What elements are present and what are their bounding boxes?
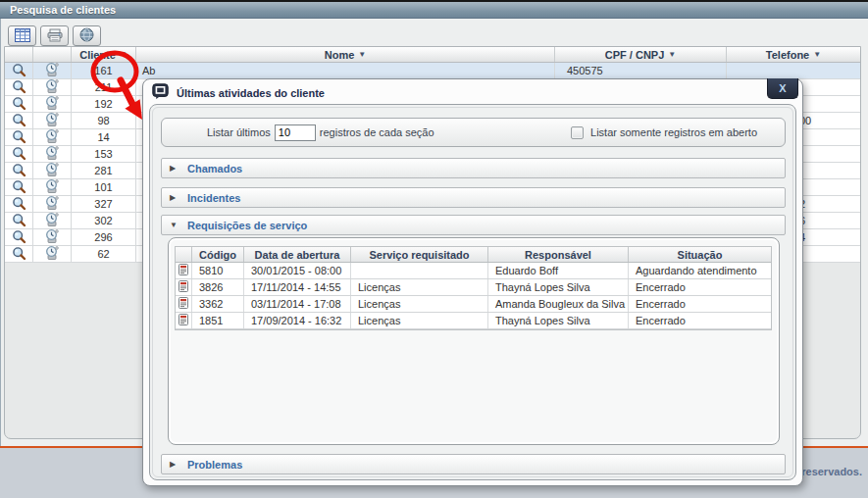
column-header-telefone[interactable]: Telefone▼ [727, 47, 860, 62]
magnifier-icon [12, 246, 26, 262]
magnifier-icon [12, 213, 26, 228]
row-search-button[interactable] [5, 196, 33, 212]
column-label: Situação [678, 249, 723, 261]
client-id-cell: 153 [72, 146, 136, 162]
row-activities-button[interactable] [33, 63, 72, 78]
sort-arrow-icon: ▼ [120, 50, 128, 59]
filter-bar: Listar últimos registros de cada seção L… [161, 118, 786, 147]
column-header-cliente[interactable]: Cliente▼ [72, 47, 136, 62]
row-search-button[interactable] [5, 229, 33, 245]
magnifier-icon [12, 163, 26, 178]
column-label: Serviço requisitado [369, 249, 469, 261]
client-phone-cell [727, 63, 860, 78]
grid-view-button[interactable] [8, 25, 36, 46]
client-id-cell: 211 [72, 79, 136, 95]
column-label: Data de abertura [255, 249, 340, 261]
magnifier-icon [12, 63, 26, 78]
app-window: Pesquisa de clientes Cliente▼ Nome▼ CPF … [0, 0, 868, 498]
clients-table-header: Cliente▼ Nome▼ CPF / CNPJ▼ Telefone▼ [5, 47, 860, 63]
row-activities-button[interactable] [33, 113, 72, 128]
grid-view-icon [15, 28, 30, 44]
section-chamados[interactable]: ▶ Chamados [161, 158, 786, 178]
row-activities-button[interactable] [33, 179, 72, 195]
row-activities-button[interactable] [33, 163, 72, 178]
row-activities-button[interactable] [33, 79, 72, 95]
row-search-button[interactable] [5, 96, 33, 112]
row-activities-button[interactable] [33, 246, 72, 262]
column-header-icon [176, 247, 192, 262]
row-search-button[interactable] [5, 129, 33, 145]
servico-cell: Licenças [351, 296, 488, 312]
web-button[interactable] [73, 25, 101, 46]
service-requests-body: 581030/01/2015 - 08:00Eduardo BoffAguard… [176, 263, 771, 329]
service-request-row[interactable]: 185117/09/2014 - 16:32LicençasThayná Lop… [176, 313, 771, 329]
section-incidentes[interactable]: ▶ Incidentes [161, 187, 786, 208]
chevron-right-icon: ▶ [170, 164, 179, 173]
footer-text: reservados. [801, 466, 862, 477]
service-request-row[interactable]: 336203/11/2014 - 17:08LicençasAmanda Bou… [176, 296, 771, 313]
row-activities-button[interactable] [33, 129, 72, 145]
column-label: Cliente [79, 49, 116, 61]
table-row[interactable]: 161Ab450575 [5, 63, 860, 79]
row-search-button[interactable] [5, 79, 33, 95]
clock-activities-icon [44, 63, 60, 78]
report-button[interactable] [176, 313, 192, 328]
clock-activities-icon [44, 113, 60, 128]
row-activities-button[interactable] [33, 96, 72, 112]
row-activities-button[interactable] [33, 213, 72, 228]
row-activities-button[interactable] [33, 196, 72, 212]
report-icon [179, 264, 188, 277]
records-count-input[interactable] [275, 124, 316, 141]
dialog-content: Listar últimos registros de cada seção L… [149, 104, 796, 480]
situacao-cell: Encerrado [629, 313, 771, 328]
report-button[interactable] [176, 279, 192, 295]
situacao-cell: Encerrado [629, 279, 771, 295]
clock-activities-icon [44, 229, 60, 245]
row-search-button[interactable] [5, 179, 33, 195]
panel-titlebar: Pesquisa de clientes [0, 2, 868, 19]
report-button[interactable] [176, 263, 192, 278]
open-records-checkbox[interactable] [571, 126, 584, 139]
column-header-activities [33, 47, 72, 62]
column-header-cpf-cnpj[interactable]: CPF / CNPJ▼ [555, 47, 727, 62]
column-label: CPF / CNPJ [605, 49, 665, 61]
section-problemas[interactable]: ▶ Problemas [161, 454, 786, 474]
servico-cell [351, 263, 488, 278]
section-label: Chamados [187, 163, 242, 174]
close-icon: X [779, 82, 786, 94]
panel-left-border [0, 19, 1, 446]
clock-activities-icon [44, 179, 60, 195]
close-button[interactable]: X [767, 78, 798, 99]
print-button[interactable] [40, 25, 69, 46]
clock-activities-icon [44, 96, 60, 112]
row-search-button[interactable] [5, 246, 33, 262]
magnifier-icon [12, 129, 26, 145]
row-search-button[interactable] [5, 213, 33, 228]
column-label: Responsável [525, 249, 591, 261]
comment-icon [152, 83, 169, 102]
client-name-cell: Ab [136, 63, 555, 78]
service-requests-header: Código Data de abertura Serviço requisit… [176, 247, 771, 263]
row-search-button[interactable] [5, 163, 33, 178]
service-request-row[interactable]: 581030/01/2015 - 08:00Eduardo BoffAguard… [176, 263, 771, 279]
servico-cell: Licenças [351, 313, 488, 328]
report-button[interactable] [176, 296, 192, 312]
client-cpf-cell: 450575 [555, 63, 727, 78]
magnifier-icon [12, 113, 26, 128]
row-search-button[interactable] [5, 113, 33, 128]
row-search-button[interactable] [5, 63, 33, 78]
column-header-data-abertura: Data de abertura [244, 247, 351, 262]
data-abertura-cell: 17/11/2014 - 14:55 [244, 279, 351, 295]
codigo-cell: 5810 [192, 263, 244, 278]
chevron-right-icon: ▶ [170, 193, 179, 202]
row-activities-button[interactable] [33, 229, 72, 245]
section-requisicoes[interactable]: ▼ Requisições de serviço [161, 215, 786, 235]
service-requests-table: Código Data de abertura Serviço requisit… [175, 246, 772, 330]
service-request-row[interactable]: 382617/11/2014 - 14:55LicençasThayná Lop… [176, 279, 771, 296]
client-id-cell: 327 [72, 196, 136, 212]
responsavel-cell: Eduardo Boff [488, 263, 629, 278]
row-search-button[interactable] [5, 146, 33, 162]
row-activities-button[interactable] [33, 146, 72, 162]
column-header-nome[interactable]: Nome▼ [136, 47, 555, 62]
clock-activities-icon [44, 146, 60, 162]
